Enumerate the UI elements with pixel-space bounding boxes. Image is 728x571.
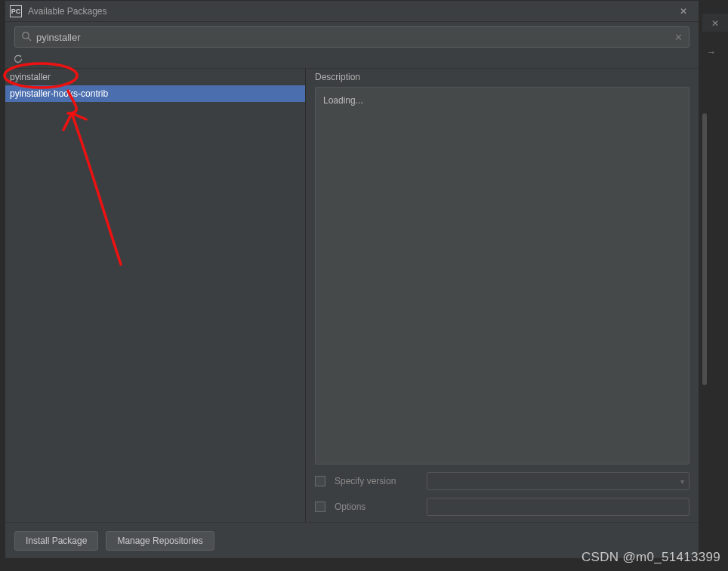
watermark-text: CSDN @m0_51413399 bbox=[581, 550, 720, 565]
package-name: pyinstaller bbox=[10, 72, 51, 82]
content-area: pyinstaller pyinstaller-hooks-contrib De… bbox=[5, 69, 699, 522]
background-arrow-icon: → bbox=[707, 47, 716, 57]
svg-point-0 bbox=[23, 32, 29, 38]
package-item-pyinstaller[interactable]: pyinstaller bbox=[5, 69, 305, 85]
chevron-down-icon: ▾ bbox=[680, 477, 684, 486]
description-box: Loading... bbox=[315, 87, 689, 465]
toolbar-row bbox=[5, 52, 699, 69]
button-label: Manage Repositories bbox=[117, 536, 202, 546]
button-label: Install Package bbox=[26, 536, 87, 546]
specify-version-row: Specify version ▾ bbox=[315, 472, 689, 490]
options-row: Options bbox=[315, 498, 689, 516]
background-close-icon: ✕ bbox=[711, 18, 719, 29]
search-icon bbox=[21, 31, 32, 44]
svg-line-1 bbox=[28, 38, 31, 41]
search-input[interactable] bbox=[36, 32, 674, 43]
manage-repositories-button[interactable]: Manage Repositories bbox=[106, 531, 214, 551]
app-icon: PC bbox=[10, 5, 22, 17]
background-scrollbar bbox=[702, 113, 707, 385]
install-package-button[interactable]: Install Package bbox=[14, 531, 98, 551]
refresh-icon[interactable] bbox=[13, 54, 23, 66]
package-name: pyinstaller-hooks-contrib bbox=[10, 88, 108, 99]
close-button[interactable]: ✕ bbox=[673, 2, 694, 20]
options-area: Specify version ▾ Options bbox=[315, 465, 689, 516]
search-row: ✕ bbox=[5, 22, 699, 52]
window-title: Available Packages bbox=[28, 6, 673, 17]
clear-search-icon[interactable]: ✕ bbox=[674, 32, 683, 43]
specify-version-label: Specify version bbox=[335, 476, 418, 486]
titlebar: PC Available Packages ✕ bbox=[5, 1, 699, 22]
available-packages-dialog: PC Available Packages ✕ ✕ pyinstaller py… bbox=[5, 0, 699, 559]
version-combobox[interactable]: ▾ bbox=[427, 472, 689, 490]
options-label: Options bbox=[335, 502, 418, 512]
package-list[interactable]: pyinstaller pyinstaller-hooks-contrib bbox=[5, 69, 306, 522]
options-checkbox[interactable] bbox=[315, 502, 325, 512]
close-icon: ✕ bbox=[680, 6, 687, 17]
description-label: Description bbox=[315, 72, 689, 82]
options-input[interactable] bbox=[427, 498, 689, 516]
specify-version-checkbox[interactable] bbox=[315, 476, 325, 486]
loading-text: Loading... bbox=[323, 95, 363, 106]
package-item-pyinstaller-hooks-contrib[interactable]: pyinstaller-hooks-contrib bbox=[5, 85, 305, 102]
details-pane: Description Loading... Specify version ▾… bbox=[306, 69, 699, 522]
search-field[interactable]: ✕ bbox=[14, 26, 689, 48]
